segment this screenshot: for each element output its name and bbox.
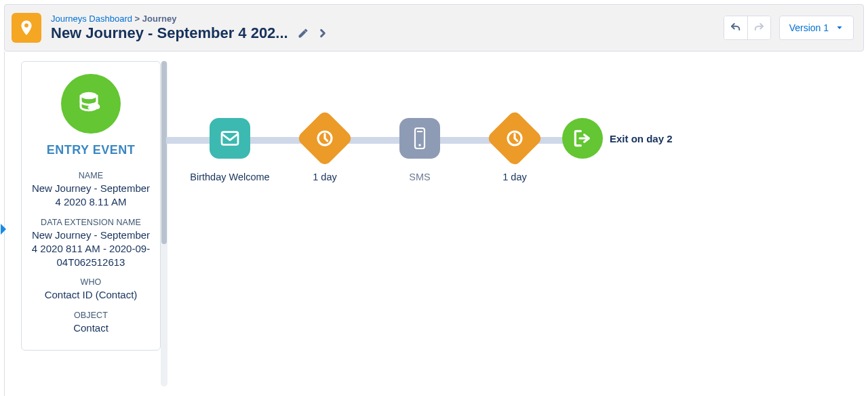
clock-icon [315,128,335,148]
breadcrumb: Journeys Dashboard > Journey [51,14,328,24]
entry-event-icon [61,74,121,134]
entry-event-title: ENTRY EVENT [30,143,152,157]
chevron-right-icon [318,28,328,38]
database-cloud-icon [75,87,107,120]
entry-dataext-label: DATA EXTENSION NAME [30,218,152,227]
entry-who-value: Contact ID (Contact) [30,288,152,302]
svg-point-0 [81,92,97,100]
entry-name-label: NAME [30,171,152,180]
redo-button [747,16,770,39]
breadcrumb-dashboard-link[interactable]: Journeys Dashboard [51,14,132,24]
version-dropdown[interactable]: Version 1 [779,16,854,40]
journey-title: New Journey - September 4 202... [51,24,288,42]
workspace: ENTRY EVENT NAME New Journey - September… [4,52,868,396]
entry-event-panel[interactable]: ENTRY EVENT NAME New Journey - September… [21,61,161,351]
version-label: Version 1 [789,22,829,33]
breadcrumb-separator: > [135,14,140,24]
undo-icon [730,22,742,34]
flow-step-sms[interactable]: SMS [372,95,467,183]
caret-down-icon [835,24,844,32]
pencil-icon [298,28,309,39]
entry-object-label: OBJECT [30,311,152,320]
flow-step-wait-1[interactable]: 1 day [277,95,372,183]
pin-icon [18,19,35,37]
entry-object-value: Contact [30,321,152,335]
flow-step-label: 1 day [313,171,336,183]
header-bar: Journeys Dashboard > Journey New Journey… [4,4,864,52]
exit-label: Exit on day 2 [610,133,673,144]
exit-icon [572,127,593,149]
undo-button[interactable] [724,16,747,39]
journey-app-icon [12,13,41,43]
sms-activity-icon [399,118,440,159]
flow-step-label: Birthday Welcome [190,171,269,183]
edit-title-button[interactable] [298,28,309,39]
toolbar-right: Version 1 [724,16,854,40]
sidebar-wrap: ENTRY EVENT NAME New Journey - September… [5,52,161,351]
flow-step-email[interactable]: Birthday Welcome [182,95,277,183]
wait-activity-icon [486,110,544,167]
flow-step-wait-2[interactable]: 1 day [467,95,562,183]
journey-flow: Birthday Welcome 1 day [166,95,868,183]
flow-step-label: 1 day [502,171,526,183]
phone-icon [411,127,429,150]
entry-who-label: WHO [30,277,152,287]
flow-step-label: SMS [409,171,430,183]
wait-activity-icon [296,110,354,167]
breadcrumb-current: Journey [142,14,177,24]
undo-redo-group [724,16,771,40]
flow-exit[interactable]: Exit on day 2 [562,95,673,159]
envelope-icon [219,127,241,149]
journey-canvas[interactable]: Birthday Welcome 1 day [161,52,868,183]
title-block: Journeys Dashboard > Journey New Journey… [51,14,328,42]
svg-rect-1 [222,132,238,145]
entry-name-value: New Journey - September 4 2020 8.11 AM [30,182,152,210]
email-activity-icon [210,118,250,159]
redo-icon [753,22,765,34]
svg-point-5 [418,144,420,146]
exit-activity-icon [562,118,603,159]
clock-icon [505,128,525,148]
entry-dataext-value: New Journey - September 4 2020 811 AM - … [30,229,152,270]
next-journey-button[interactable] [318,28,328,38]
